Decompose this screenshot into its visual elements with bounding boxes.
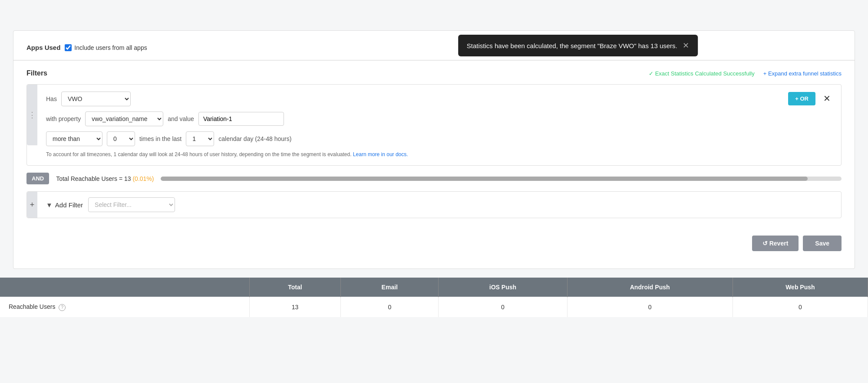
- filter-row-3: more than 0 times in the last 1 calendar…: [46, 131, 779, 146]
- or-button[interactable]: + OR: [788, 92, 815, 105]
- col-header-total: Total: [249, 278, 341, 297]
- property-select[interactable]: vwo_variation_name: [85, 111, 163, 126]
- col-header-email: Email: [341, 278, 439, 297]
- exact-stats-label: ✓ Exact Statistics Calculated Successful…: [649, 70, 755, 77]
- reachable-users-help-icon[interactable]: ?: [59, 304, 66, 311]
- filters-actions: ✓ Exact Statistics Calculated Successful…: [649, 70, 842, 77]
- add-filter-text: Add Filter: [55, 201, 83, 209]
- add-filter-block: + ▼ Add Filter Select Filter...: [26, 191, 842, 218]
- value-input[interactable]: [198, 112, 284, 126]
- filter-content: Has VWO with property vwo_variation_name…: [37, 85, 788, 165]
- toast-message: Statistics have been calculated, the seg…: [467, 42, 677, 49]
- filter-note-text: To account for all timezones, 1 calendar…: [46, 151, 352, 157]
- progress-bar-fill: [161, 177, 807, 181]
- main-content: Apps Used Include users from all apps Fi…: [13, 30, 855, 269]
- include-all-apps-checkbox[interactable]: [65, 44, 72, 51]
- reachable-users-total: 13: [249, 297, 341, 317]
- toast-close-button[interactable]: ✕: [683, 41, 689, 50]
- page-wrapper: Statistics have been calculated, the seg…: [0, 30, 868, 383]
- filter-note-link[interactable]: Learn more in our docs.: [353, 151, 408, 157]
- reachable-users-web-push: 0: [733, 297, 868, 317]
- save-button[interactable]: Save: [803, 236, 842, 251]
- apps-used-label: Apps Used: [26, 44, 60, 51]
- with-property-label: with property: [46, 115, 81, 122]
- reachable-users-email: 0: [341, 297, 439, 317]
- filters-header: Filters ✓ Exact Statistics Calculated Su…: [26, 69, 842, 77]
- reachable-users-ios-push: 0: [439, 297, 567, 317]
- filter-block: ⋮ Has VWO with property vwo_variatio: [26, 84, 842, 166]
- times-label: times in the last: [139, 135, 182, 142]
- and-row: AND Total Reachable Users = 13 (0.01%): [26, 173, 842, 184]
- add-filter-label: ▼ Add Filter: [46, 201, 83, 209]
- and-value-label: and value: [168, 115, 194, 122]
- has-label: Has: [46, 95, 57, 102]
- filters-title: Filters: [26, 69, 47, 77]
- drag-handle[interactable]: ⋮: [27, 85, 37, 145]
- col-header-web-push: Web Push: [733, 278, 868, 297]
- reachable-users-android-push: 0: [567, 297, 733, 317]
- vwo-select[interactable]: VWO: [61, 92, 131, 106]
- revert-button[interactable]: ↺ Revert: [752, 236, 799, 251]
- add-filter-plus-icon[interactable]: +: [27, 192, 37, 218]
- filter-row-1: Has VWO: [46, 92, 779, 106]
- condition-select[interactable]: more than: [46, 131, 102, 146]
- include-all-apps-checkbox-container[interactable]: Include users from all apps: [65, 44, 147, 51]
- reachable-users-label: Reachable Users ?: [0, 297, 249, 317]
- col-header-ios-push: iOS Push: [439, 278, 567, 297]
- filter-row-2: with property vwo_variation_name and val…: [46, 111, 779, 126]
- add-filter-content: ▼ Add Filter Select Filter...: [37, 192, 184, 217]
- days-select[interactable]: 1: [186, 131, 214, 146]
- stats-table: Total Email iOS Push Android Push Web Pu…: [0, 278, 868, 317]
- calendar-label: calendar day (24-48 hours): [218, 135, 291, 142]
- include-all-apps-label: Include users from all apps: [74, 44, 147, 51]
- reachable-users-row: Reachable Users ? 13 0 0 0 0: [0, 297, 868, 317]
- drag-handle-icon: ⋮: [28, 110, 36, 120]
- filter-actions-right: + OR ✕: [788, 85, 841, 105]
- stats-table-header-row: Total Email iOS Push Android Push Web Pu…: [0, 278, 868, 297]
- filter-note: To account for all timezones, 1 calendar…: [46, 151, 779, 158]
- reachable-text: Total Reachable Users = 13 (0.01%): [56, 175, 154, 182]
- reachable-percent: (0.01%): [132, 175, 154, 182]
- select-filter-dropdown[interactable]: Select Filter...: [88, 197, 175, 212]
- reachable-label: Total Reachable Users = 13: [56, 175, 131, 182]
- filter-delete-button[interactable]: ✕: [820, 92, 834, 105]
- toast-notification: Statistics have been calculated, the seg…: [458, 35, 698, 56]
- and-badge: AND: [26, 173, 49, 184]
- col-header-android-push: Android Push: [567, 278, 733, 297]
- bottom-actions: ↺ Revert Save: [13, 227, 855, 260]
- apps-used-row: Apps Used Include users from all apps: [13, 39, 855, 60]
- expand-funnel-button[interactable]: + Expand extra funnel statistics: [763, 70, 842, 77]
- filter-funnel-icon: ▼: [46, 201, 53, 209]
- reachable-users-text: Reachable Users: [9, 303, 55, 310]
- filters-section: Filters ✓ Exact Statistics Calculated Su…: [13, 61, 855, 227]
- stats-table-section: Total Email iOS Push Android Push Web Pu…: [0, 278, 868, 317]
- progress-bar: [161, 177, 842, 181]
- count-select[interactable]: 0: [107, 131, 135, 146]
- col-header-label: [0, 278, 249, 297]
